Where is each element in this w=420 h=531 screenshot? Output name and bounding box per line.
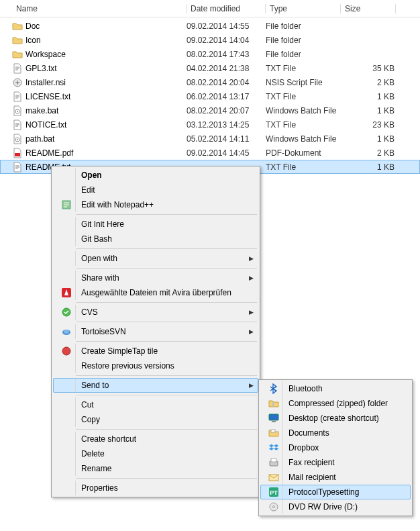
pdf-file-icon xyxy=(12,148,23,158)
column-header-type[interactable]: Type xyxy=(266,1,341,16)
txt-file-icon xyxy=(12,119,23,130)
column-header-name[interactable]: Name xyxy=(12,1,187,16)
file-name: LICENSE.txt xyxy=(25,92,70,101)
svg-point-4 xyxy=(17,139,18,140)
menu-share-with[interactable]: Share with▶ xyxy=(53,271,258,285)
send-to-submenu: Bluetooth Compressed (zipped) folder Des… xyxy=(258,379,413,516)
file-name: README.pdf xyxy=(25,148,73,158)
file-date: 09.02.2014 14:04 xyxy=(187,36,266,45)
submenu-arrow-icon: ▶ xyxy=(249,309,258,316)
file-row[interactable]: GPL3.txt04.02.2014 21:38TXT File35 KB xyxy=(0,61,420,75)
file-date: 05.02.2014 14:11 xyxy=(187,134,266,144)
svg-rect-14 xyxy=(272,421,276,422)
menu-edit[interactable]: Edit xyxy=(53,183,258,197)
file-row[interactable]: Workspace08.02.2014 17:43File folder xyxy=(0,47,420,61)
file-name: Workspace xyxy=(25,50,66,59)
file-row[interactable]: Doc09.02.2014 14:55File folder xyxy=(0,19,420,33)
menu-properties[interactable]: Properties xyxy=(53,481,258,495)
file-size: 2 KB xyxy=(341,148,395,158)
documents-icon xyxy=(268,428,279,438)
svg-rect-13 xyxy=(269,414,278,420)
submenu-arrow-icon: ▶ xyxy=(249,382,258,389)
submenu-arrow-icon: ▶ xyxy=(249,328,258,335)
file-row[interactable]: path.bat05.02.2014 14:11Windows Batch Fi… xyxy=(0,132,420,146)
submenu-arrow-icon: ▶ xyxy=(249,275,258,281)
file-name: Doc xyxy=(25,21,40,31)
submenu-desktop[interactable]: Desktop (create shortcut) xyxy=(260,411,411,426)
file-name: Installer.nsi xyxy=(25,78,66,87)
file-date: 06.02.2014 13:17 xyxy=(187,92,266,101)
svg-rect-12 xyxy=(272,402,274,407)
menu-rename[interactable]: Rename xyxy=(53,461,258,476)
menu-avira[interactable]: Ausgewählte Dateien mit Avira überprüfen xyxy=(53,285,258,300)
submenu-documents[interactable]: Documents xyxy=(260,426,411,440)
menu-git-init[interactable]: Git Init Here xyxy=(53,217,258,232)
file-type: File folder xyxy=(266,36,341,45)
file-type: File folder xyxy=(266,50,341,59)
submenu-dvd[interactable]: DVD RW Drive (D:) xyxy=(260,499,411,514)
menu-open-with[interactable]: Open with▶ xyxy=(53,251,258,266)
file-row[interactable]: LICENSE.txt06.02.2014 13:17TXT File1 KB xyxy=(0,89,420,103)
menu-simpletap[interactable]: Create SimpleTap tile xyxy=(53,344,258,358)
menu-restore[interactable]: Restore previous versions xyxy=(53,358,258,373)
file-type: TXT File xyxy=(266,120,341,130)
menu-cvs[interactable]: CVS▶ xyxy=(53,305,258,320)
svg-point-22 xyxy=(272,506,274,508)
cvs-icon xyxy=(61,307,72,318)
file-size: 2 KB xyxy=(341,78,395,87)
column-header-size[interactable]: Size xyxy=(341,1,396,16)
context-menu: Open Edit Edit with Notepad++ Git Init H… xyxy=(51,166,260,497)
menu-tortoise[interactable]: TortoiseSVN▶ xyxy=(53,324,258,339)
txt-file-icon xyxy=(12,63,23,74)
column-header-date[interactable]: Date modified xyxy=(187,1,266,16)
file-date: 08.02.2014 17:43 xyxy=(187,50,266,59)
file-size: 1 KB xyxy=(341,92,395,101)
menu-cut[interactable]: Cut xyxy=(53,397,258,412)
menu-delete[interactable]: Delete xyxy=(53,446,258,461)
file-row[interactable]: README.pdf09.02.2014 14:45PDF-Dokument2 … xyxy=(0,146,420,160)
submenu-zip[interactable]: Compressed (zipped) folder xyxy=(260,396,411,411)
file-date: 08.02.2014 20:04 xyxy=(187,78,266,87)
bat-file-icon xyxy=(12,134,23,144)
nsi-file-icon xyxy=(12,77,23,88)
bat-file-icon xyxy=(12,105,23,116)
submenu-arrow-icon: ▶ xyxy=(249,255,258,262)
file-row[interactable]: Installer.nsi08.02.2014 20:04NSIS Script… xyxy=(0,75,420,89)
file-date: 08.02.2014 20:07 xyxy=(187,106,266,115)
submenu-dropbox[interactable]: Dropbox xyxy=(260,440,411,455)
file-name: make.bat xyxy=(25,106,58,115)
file-date: 04.02.2014 21:38 xyxy=(187,64,266,73)
file-row[interactable]: make.bat08.02.2014 20:07Windows Batch Fi… xyxy=(0,103,420,117)
file-date: 09.02.2014 14:55 xyxy=(187,21,266,31)
menu-send-to[interactable]: Send to▶ xyxy=(53,378,258,393)
notepadpp-icon xyxy=(61,199,72,210)
menu-git-bash[interactable]: Git Bash xyxy=(53,232,258,246)
menu-open[interactable]: Open xyxy=(53,168,258,183)
menu-copy[interactable]: Copy xyxy=(53,412,258,427)
menu-shortcut[interactable]: Create shortcut xyxy=(53,432,258,446)
submenu-fax[interactable]: Fax recipient xyxy=(260,455,411,470)
file-date: 03.12.2013 14:25 xyxy=(187,120,266,130)
avira-icon xyxy=(61,287,72,298)
svg-point-10 xyxy=(64,330,69,334)
folder-icon xyxy=(12,49,23,60)
file-name: GPL3.txt xyxy=(25,64,57,73)
svg-rect-17 xyxy=(271,458,276,462)
file-type: PDF-Dokument xyxy=(266,148,341,158)
menu-notepadpp[interactable]: Edit with Notepad++ xyxy=(53,197,258,212)
svg-rect-15 xyxy=(271,430,275,432)
file-row[interactable]: Icon09.02.2014 14:04File folder xyxy=(0,33,420,47)
svg-point-2 xyxy=(17,111,18,112)
svg-point-11 xyxy=(62,347,70,355)
dvd-icon xyxy=(268,501,279,512)
folder-icon xyxy=(12,35,23,46)
file-size: 1 KB xyxy=(341,162,395,172)
simpletap-icon xyxy=(61,346,72,356)
submenu-mail[interactable]: Mail recipient xyxy=(260,470,411,485)
file-row[interactable]: NOTICE.txt03.12.2013 14:25TXT File23 KB xyxy=(0,117,420,132)
file-type: NSIS Script File xyxy=(266,78,341,87)
file-type: TXT File xyxy=(266,64,341,73)
txt-file-icon xyxy=(12,162,23,173)
submenu-bluetooth[interactable]: Bluetooth xyxy=(260,381,411,396)
submenu-protocoltypesetting[interactable]: PTProtocolTypesetting xyxy=(260,485,411,499)
